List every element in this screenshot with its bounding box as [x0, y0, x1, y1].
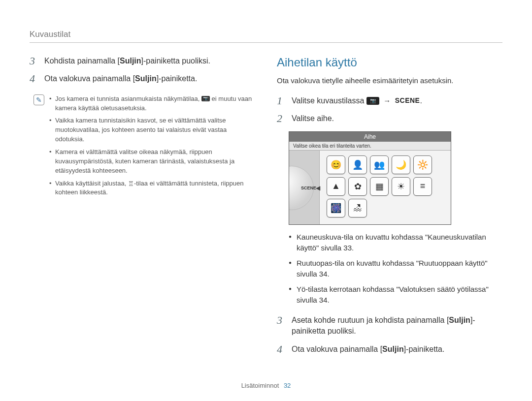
left-column: 3 Kohdista painamalla [Suljin]-painikett… [30, 56, 255, 362]
arrow-icon: → [383, 95, 391, 106]
step-text: Ota valokuva painamalla [Suljin]-painike… [44, 73, 255, 84]
scene-cell: 🎆 [327, 199, 345, 217]
step-number: 4 [30, 73, 38, 84]
sub-bullets: Kauneuskuva-tila on kuvattu kohdassa "Ka… [289, 232, 502, 306]
scene-screenshot: Aihe Valitse oikea tila eri tilanteita v… [289, 131, 451, 225]
sub-bullet-item: Yö-tilasta kerrotaan kohdassa "Valotukse… [289, 284, 502, 306]
step-text: Valitse aihe. [292, 113, 502, 124]
section-title: Aihetilan käyttö [277, 56, 502, 69]
screenshot-body: SCENE ◀ 😊 👤 👥 🌙 🔆 ▲ ✿ ▦ ☀ ≡ 🎆 🏖 [289, 151, 451, 225]
screenshot-hint: Valitse oikea tila eri tilanteita varten… [289, 142, 451, 151]
content-columns: 3 Kohdista painamalla [Suljin]-painikett… [30, 56, 502, 362]
intro-paragraph: Ota valokuva tietylle aiheelle esimäärit… [277, 75, 502, 86]
note-item: Vaikka kamera tunnistaisikin kasvot, se … [49, 116, 255, 144]
footer-section: Lisätoiminnot [241, 382, 279, 389]
left-step-4: 4 Ota valokuva painamalla [Suljin]-paini… [30, 73, 255, 84]
mode-dial: SCENE ◀ [289, 151, 320, 225]
step-text: Ota valokuva painamalla [Suljin]-painike… [292, 344, 502, 355]
scene-cell: 👥 [370, 155, 389, 174]
scene-cell: 👤 [348, 155, 367, 174]
chevron-left-icon: ◀ [316, 185, 320, 191]
right-step-3: 3 Aseta kohde ruutuun ja kohdista painam… [277, 315, 502, 337]
scene-cell: 🔆 [413, 155, 432, 174]
sub-bullet-item: Kauneuskuva-tila on kuvattu kohdassa "Ka… [289, 232, 502, 254]
tripod-icon: ♖ [128, 181, 134, 187]
screenshot-header: Aihe [289, 132, 451, 142]
footer-page-number: 32 [284, 382, 291, 389]
scene-cell: ▲ [327, 177, 345, 196]
right-step-4: 4 Ota valokuva painamalla [Suljin]-paini… [277, 344, 502, 355]
dial-label: SCENE [301, 185, 316, 190]
note-item: Kamera ei välttämättä valitse oikeaa näk… [49, 148, 255, 176]
scene-cell: 🏖 [348, 199, 367, 217]
breadcrumb: Kuvaustilat [30, 30, 502, 43]
scene-cell: 🌙 [392, 155, 410, 174]
right-step-1: 1 Valitse kuvaustilassa 📷 → SCENE. [277, 95, 502, 106]
step-number: 1 [277, 95, 286, 106]
scene-icon: SCENE [395, 96, 420, 106]
right-step-2: 2 Valitse aihe. [277, 113, 502, 124]
note-icon: ✎ [33, 94, 44, 105]
scene-cell: ☀ [392, 177, 410, 196]
page-footer: Lisätoiminnot 32 [0, 382, 532, 389]
scene-cell: ✿ [348, 177, 367, 196]
step-number: 3 [277, 315, 286, 326]
scene-cell: 😊 [327, 155, 345, 174]
note-item: Vaikka käyttäisit jalustaa, ♖-tilaa ei v… [49, 179, 255, 198]
note-box: ✎ Jos kamera ei tunnista asianmukaista n… [33, 94, 255, 201]
step-text: Kohdista painamalla [Suljin]-painiketta … [44, 56, 255, 66]
scene-grid: 😊 👤 👥 🌙 🔆 ▲ ✿ ▦ ☀ ≡ 🎆 🏖 [320, 151, 451, 225]
step-text: Valitse kuvaustilassa 📷 → SCENE. [292, 95, 502, 106]
left-step-3: 3 Kohdista painamalla [Suljin]-painikett… [30, 56, 255, 66]
scene-cell: ≡ [413, 177, 432, 196]
step-text: Aseta kohde ruutuun ja kohdista painamal… [292, 315, 502, 337]
note-item: Jos kamera ei tunnista asianmukaista näk… [49, 94, 255, 113]
camera-mode-icon: 📷 [366, 97, 379, 105]
smart-icon: 📷 [201, 96, 210, 101]
note-list: Jos kamera ei tunnista asianmukaista näk… [49, 94, 255, 201]
scene-cell: ▦ [370, 177, 389, 196]
right-column: Aihetilan käyttö Ota valokuva tietylle a… [277, 56, 502, 362]
step-number: 4 [277, 344, 286, 355]
sub-bullet-item: Ruutuopas-tila on kuvattu kohdassa "Ruut… [289, 258, 502, 280]
step-number: 2 [277, 113, 286, 124]
step-number: 3 [30, 56, 38, 66]
